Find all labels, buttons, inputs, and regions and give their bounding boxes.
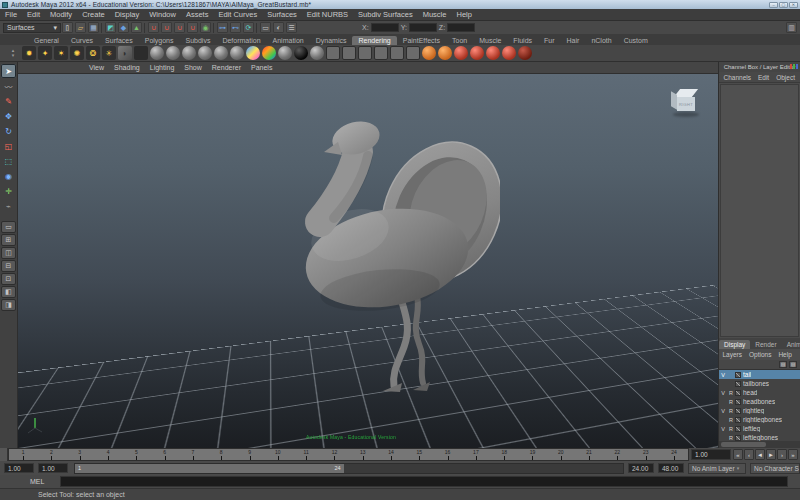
select-hierarchy-icon[interactable]: ◩: [105, 22, 116, 33]
lambert-material-icon[interactable]: [182, 46, 196, 60]
shelf-tab[interactable]: nCloth: [585, 36, 617, 45]
sidebar-toggle-icon[interactable]: ▥: [786, 22, 797, 33]
layer-color-swatch[interactable]: [735, 408, 741, 414]
layer-color-swatch[interactable]: [735, 435, 741, 441]
step-forward-key-button[interactable]: ›: [777, 449, 787, 460]
frame-tick[interactable]: 21: [575, 449, 603, 460]
playback-end-field[interactable]: 24.00: [628, 463, 654, 473]
time-ruler[interactable]: 123456789101112131415161718192021222324: [8, 448, 689, 461]
layer-display-type-toggle[interactable]: R: [727, 390, 735, 396]
view-cube-front-face[interactable]: RIGHT: [677, 97, 695, 111]
shelf-menu-icon[interactable]: ▴▾: [6, 48, 20, 58]
noise-texture-icon[interactable]: [374, 46, 388, 60]
universal-manipulator-tool[interactable]: ⬚: [1, 154, 16, 168]
channel-box-menu-item[interactable]: Object: [773, 74, 799, 81]
shelf-tab[interactable]: Surfaces: [99, 36, 139, 45]
go-to-end-button[interactable]: »: [788, 449, 798, 460]
layer-visibility-toggle[interactable]: V: [719, 390, 727, 396]
frame-tick[interactable]: 6: [150, 449, 178, 460]
create-empty-layer-icon[interactable]: ▧: [779, 361, 787, 368]
snap-to-plane-icon[interactable]: ∪: [187, 22, 198, 33]
layer-row[interactable]: V R leftleg: [719, 424, 800, 433]
step-back-frame-button[interactable]: ◄: [755, 449, 765, 460]
layer-color-swatch[interactable]: [735, 381, 741, 387]
layer-editor-menu-item[interactable]: Help: [775, 351, 795, 358]
directional-light-icon[interactable]: ✶: [54, 46, 68, 60]
separator[interactable]: [144, 23, 146, 33]
layer-row[interactable]: tailbones: [719, 379, 800, 388]
layer-editor-tab[interactable]: Anim: [782, 340, 800, 349]
menu-item[interactable]: Edit Curves: [213, 10, 262, 19]
mi-glass-icon[interactable]: [486, 46, 500, 60]
output-connections-icon[interactable]: ⊷: [230, 22, 241, 33]
channel-box-menu-item[interactable]: Edit: [754, 74, 772, 81]
menu-item[interactable]: Assets: [181, 10, 214, 19]
last-tool-used[interactable]: ⌁: [1, 199, 16, 213]
frame-tick[interactable]: 14: [377, 449, 405, 460]
phong-material-icon[interactable]: [198, 46, 212, 60]
four-pane-layout-button[interactable]: ⊞: [1, 234, 16, 246]
shelf-tab[interactable]: Muscle: [473, 36, 507, 45]
frame-tick[interactable]: 20: [547, 449, 575, 460]
shadow-matte-icon[interactable]: [294, 46, 308, 60]
mi-metallic-icon[interactable]: [470, 46, 484, 60]
layer-color-swatch[interactable]: [735, 399, 741, 405]
layer-display-type-toggle[interactable]: R: [727, 399, 735, 405]
frame-tick[interactable]: 8: [207, 449, 235, 460]
spot-light-icon[interactable]: ✦: [38, 46, 52, 60]
save-scene-icon[interactable]: ▦: [88, 22, 99, 33]
bird-model[interactable]: [280, 100, 500, 400]
surface-shader-icon[interactable]: [262, 46, 276, 60]
animation-end-field[interactable]: 48.00: [658, 463, 684, 473]
frame-tick[interactable]: 10: [264, 449, 292, 460]
ipr-render-icon[interactable]: ◐: [273, 22, 284, 33]
menu-item[interactable]: Help: [451, 10, 476, 19]
shelf-tab[interactable]: Deformation: [216, 36, 266, 45]
scale-tool[interactable]: ◱: [1, 139, 16, 153]
shelf-tab[interactable]: Fluids: [507, 36, 538, 45]
frame-tick[interactable]: 19: [518, 449, 546, 460]
use-background-icon[interactable]: [278, 46, 292, 60]
z-coordinate-field[interactable]: [447, 23, 475, 32]
scrollbar-thumb[interactable]: [721, 442, 766, 447]
open-scene-icon[interactable]: ▱: [75, 22, 86, 33]
frame-tick[interactable]: 13: [349, 449, 377, 460]
shelf-tab[interactable]: Animation: [267, 36, 310, 45]
layer-editor-tab[interactable]: Display: [719, 340, 750, 349]
layer-row[interactable]: R leftlegbones: [719, 433, 800, 441]
construction-history-icon[interactable]: ⟳: [243, 22, 254, 33]
lasso-select-tool[interactable]: 〰: [1, 79, 16, 93]
soft-modification-tool[interactable]: ◉: [1, 169, 16, 183]
layer-color-swatch[interactable]: [735, 372, 741, 378]
layer-color-swatch[interactable]: [735, 417, 741, 423]
mia-material-icon[interactable]: [422, 46, 436, 60]
menu-item[interactable]: Display: [110, 10, 145, 19]
layer-row[interactable]: V R head: [719, 388, 800, 397]
frame-tick[interactable]: 9: [235, 449, 263, 460]
frame-tick[interactable]: 3: [66, 449, 94, 460]
frame-tick[interactable]: 18: [490, 449, 518, 460]
menu-item[interactable]: Edit NURBS: [302, 10, 353, 19]
channel-box-menu-item[interactable]: Channels: [720, 74, 754, 81]
layer-row[interactable]: R rightlegbones: [719, 415, 800, 424]
frame-tick[interactable]: 11: [292, 449, 320, 460]
panel-menu-item[interactable]: Shading: [109, 64, 145, 71]
menu-item[interactable]: Edit: [22, 10, 45, 19]
layer-display-type-toggle[interactable]: R: [727, 435, 735, 441]
y-coordinate-field[interactable]: [409, 23, 437, 32]
area-light-icon[interactable]: ✺: [70, 46, 84, 60]
shelf-tab[interactable]: Polygons: [139, 36, 180, 45]
frame-tick[interactable]: 22: [603, 449, 631, 460]
maximize-button[interactable]: ▢: [779, 2, 788, 8]
range-slider-bar[interactable]: 1 24: [75, 464, 344, 473]
shelf-tab[interactable]: Dynamics: [310, 36, 353, 45]
shelf-tab[interactable]: Curves: [65, 36, 99, 45]
menu-item[interactable]: File: [0, 10, 22, 19]
persp-graph-layout-button[interactable]: ⊟: [1, 260, 16, 272]
separator[interactable]: [256, 23, 258, 33]
layer-display-type-toggle[interactable]: R: [727, 426, 735, 432]
frame-tick[interactable]: 16: [433, 449, 461, 460]
sampler-info-icon[interactable]: [134, 46, 148, 60]
frame-tick[interactable]: 4: [94, 449, 122, 460]
play-forward-button[interactable]: ►: [766, 449, 776, 460]
